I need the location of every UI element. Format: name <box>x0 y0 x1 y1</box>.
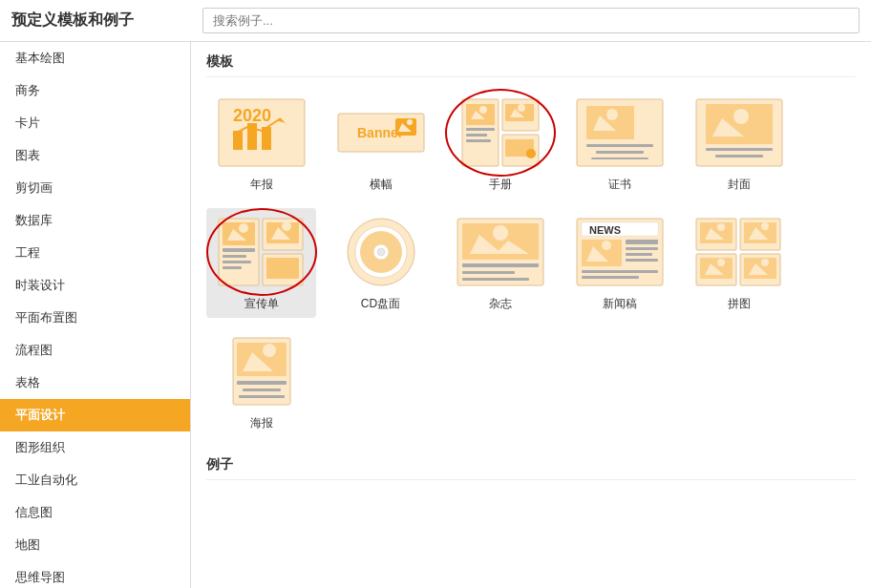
search-input[interactable] <box>202 8 860 33</box>
svg-rect-31 <box>591 158 648 159</box>
template-label-annual: 年报 <box>250 177 273 193</box>
svg-point-70 <box>602 241 611 250</box>
svg-point-28 <box>606 109 618 120</box>
svg-rect-14 <box>466 104 495 125</box>
top-bar: 预定义模板和例子 <box>0 0 871 42</box>
template-thumb-collage <box>691 214 787 290</box>
svg-point-86 <box>761 222 769 230</box>
template-item-banner[interactable]: Banner 横幅 <box>326 89 436 199</box>
template-thumb-handbook <box>453 94 548 171</box>
svg-rect-41 <box>223 222 255 245</box>
svg-point-56 <box>377 248 385 256</box>
svg-rect-19 <box>466 139 491 142</box>
svg-rect-64 <box>462 278 529 281</box>
svg-rect-87 <box>700 258 733 279</box>
template-label-certificate: 证书 <box>608 177 631 193</box>
sidebar-item-3[interactable]: 图表 <box>0 139 190 172</box>
svg-point-83 <box>717 223 725 231</box>
sidebar-item-12[interactable]: 图形组织 <box>0 431 190 464</box>
template-item-magazine[interactable]: 杂志 <box>445 208 555 318</box>
svg-point-22 <box>518 104 525 112</box>
svg-point-61 <box>493 225 508 241</box>
svg-point-43 <box>239 223 248 233</box>
template-label-magazine: 杂志 <box>489 296 512 312</box>
svg-rect-75 <box>582 270 658 273</box>
svg-rect-45 <box>223 255 246 258</box>
template-item-annual[interactable]: 2020 年报 <box>206 89 316 199</box>
svg-rect-99 <box>239 395 285 398</box>
sidebar-item-5[interactable]: 数据库 <box>0 204 190 237</box>
sidebar-item-14[interactable]: 信息图 <box>0 496 190 529</box>
template-thumb-news: NEWS <box>572 214 668 290</box>
sidebar-item-9[interactable]: 流程图 <box>0 334 190 367</box>
templates-grid: 2020 年报 Banner 横幅 手册 <box>206 89 856 437</box>
svg-point-16 <box>479 106 487 114</box>
examples-section-title: 例子 <box>206 456 856 480</box>
main-layout: 基本绘图商务卡片图表剪切画数据库工程时装设计平面布置图流程图表格平面设计图形组织… <box>0 42 871 588</box>
svg-rect-47 <box>223 266 242 269</box>
sidebar-item-15[interactable]: 地图 <box>0 529 190 561</box>
template-item-handbook[interactable]: 手册 <box>445 89 555 199</box>
sidebar-item-4[interactable]: 剪切画 <box>0 172 190 204</box>
svg-rect-73 <box>626 253 652 256</box>
template-item-certificate[interactable]: 证书 <box>564 89 674 199</box>
sidebar-item-13[interactable]: 工业自动化 <box>0 464 190 496</box>
template-thumb-banner: Banner <box>333 94 429 171</box>
svg-point-24 <box>526 149 536 158</box>
template-item-news[interactable]: NEWS 新闻稿 <box>564 208 674 318</box>
template-thumb-annual: 2020 <box>214 94 309 171</box>
template-label-banner: 横幅 <box>370 177 393 193</box>
svg-rect-72 <box>626 247 658 250</box>
template-item-cover[interactable]: 封面 <box>684 89 794 199</box>
template-item-poster[interactable]: 海报 <box>206 327 316 437</box>
template-item-cd[interactable]: CD盘面 <box>326 208 436 318</box>
svg-point-10 <box>407 119 413 125</box>
sidebar-item-16[interactable]: 思维导图 <box>0 561 190 588</box>
svg-rect-68 <box>582 240 622 266</box>
sidebar-item-7[interactable]: 时装设计 <box>0 269 190 302</box>
template-thumb-flyer <box>214 214 309 290</box>
svg-rect-62 <box>462 263 539 267</box>
template-item-collage[interactable]: 拼图 <box>684 208 794 318</box>
svg-text:NEWS: NEWS <box>589 224 621 236</box>
svg-point-92 <box>761 259 769 266</box>
template-thumb-cd <box>333 214 429 290</box>
svg-point-89 <box>717 259 725 266</box>
template-label-flyer: 宣传单 <box>244 296 279 312</box>
svg-text:2020: 2020 <box>233 106 271 125</box>
template-thumb-poster <box>214 333 309 410</box>
svg-rect-51 <box>266 258 299 279</box>
svg-rect-97 <box>237 381 287 385</box>
template-thumb-certificate <box>572 94 668 171</box>
svg-rect-76 <box>582 276 639 279</box>
svg-point-96 <box>263 344 276 357</box>
sidebar-item-1[interactable]: 商务 <box>0 74 190 107</box>
svg-rect-74 <box>626 259 658 262</box>
svg-rect-81 <box>700 222 733 243</box>
svg-rect-36 <box>706 148 773 151</box>
templates-section-title: 模板 <box>206 53 856 77</box>
sidebar-item-10[interactable]: 表格 <box>0 367 190 399</box>
template-label-handbook: 手册 <box>489 177 512 193</box>
template-label-collage: 拼图 <box>728 296 751 312</box>
template-label-poster: 海报 <box>250 415 273 431</box>
template-label-cover: 封面 <box>728 177 751 193</box>
template-thumb-magazine <box>453 214 548 290</box>
svg-rect-44 <box>223 248 255 252</box>
template-label-news: 新闻稿 <box>603 296 637 312</box>
sidebar-item-6[interactable]: 工程 <box>0 237 190 269</box>
sidebar-item-8[interactable]: 平面布置图 <box>0 302 190 334</box>
svg-rect-18 <box>466 134 487 136</box>
svg-point-50 <box>282 221 291 231</box>
template-item-flyer[interactable]: 宣传单 <box>206 208 316 318</box>
page-title: 预定义模板和例子 <box>11 10 202 31</box>
template-label-cd: CD盘面 <box>361 296 400 312</box>
content-area: 模板 2020 年报 Banner 横幅 <box>191 42 871 588</box>
sidebar-item-0[interactable]: 基本绘图 <box>0 42 190 74</box>
svg-rect-17 <box>466 128 495 131</box>
sidebar-item-2[interactable]: 卡片 <box>0 107 190 139</box>
svg-rect-29 <box>586 144 653 147</box>
svg-rect-30 <box>596 151 644 154</box>
svg-rect-46 <box>223 261 251 263</box>
sidebar-item-11[interactable]: 平面设计 <box>0 399 190 431</box>
